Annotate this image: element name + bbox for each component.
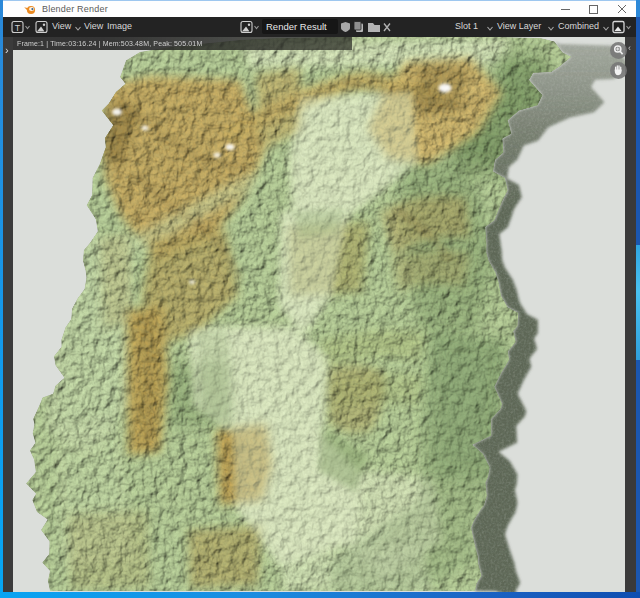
svg-text:T: T: [15, 23, 21, 33]
